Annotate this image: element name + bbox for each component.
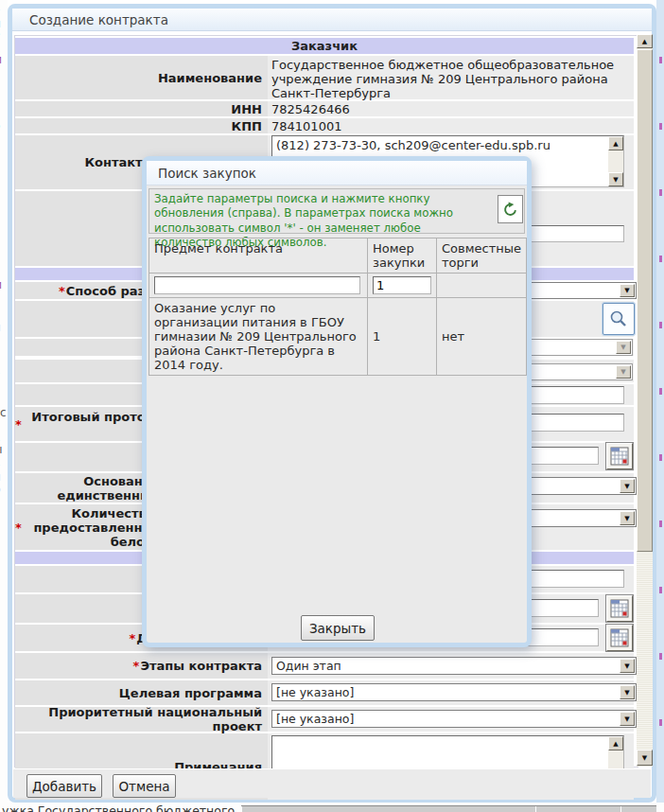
chevron-down-icon[interactable]: ▼ [620,712,635,726]
scroll-down-icon[interactable]: ▼ [637,750,653,766]
protocol-date-calendar-button[interactable] [606,443,633,469]
button-bar [13,768,651,798]
kpp-label: КПП [15,118,268,133]
background-row-text: ужка Государственного бюджетного [2,803,235,812]
name-label: Наименование [15,56,268,99]
inn-value: 7825426466 [271,102,350,116]
stages-label: *Этапы контракта [15,653,268,679]
page: { "page": { "window_title": "Создание ко… [0,0,664,812]
cancel-button[interactable]: Отмена [113,774,176,798]
kpp-value: 784101001 [271,119,341,133]
program-select[interactable]: [не указано]▼ [271,683,637,701]
calendar-icon [610,628,629,647]
name-value: Государственное бюджетное общеобразовате… [271,58,633,100]
search-icon [608,309,629,329]
contact-scrollbar[interactable]: ▲ ▼ [608,136,623,186]
page-bottom-strip: ужка Государственного бюджетного [0,803,664,812]
subject-filter-input[interactable] [154,276,360,294]
project-select[interactable]: [не указано]▼ [271,710,637,728]
project-label: Приоритетный национальный проект [15,707,268,732]
stages-select[interactable]: Один этап▼ [271,657,637,675]
inn-label: ИНН [15,101,268,116]
scroll-up-icon[interactable]: ▲ [608,736,623,750]
number-filter-input[interactable] [373,276,431,294]
date-b-calendar-button[interactable] [606,595,633,622]
chevron-down-icon[interactable]: ▼ [620,479,635,493]
chevron-down-icon[interactable]: ▼ [620,685,635,699]
table-header-strip [241,806,656,812]
scroll-up-icon[interactable]: ▲ [608,136,623,150]
result-row[interactable]: Оказание услуг по организации питания в … [149,298,527,376]
form-scrollbar[interactable]: ▲ ▼ [637,34,653,767]
page-right-edge [656,0,664,812]
section-header-customer: Заказчик [15,38,634,54]
chevron-down-icon[interactable]: ▼ [620,284,635,297]
filter-row [149,274,527,298]
purchase-search-dialog: Поиск закупок Задайте параметры поиска и… [142,156,532,647]
column-joint: Совместные торги [437,238,527,274]
chevron-down-icon[interactable]: ▼ [620,659,635,673]
purchase-search-button[interactable] [603,303,635,335]
window-title: Создание контракта [12,9,652,31]
refresh-button[interactable] [498,195,523,223]
search-results-table: Предмет контракта Номер закупки Совместн… [149,238,527,376]
column-subject: Предмет контракта [149,238,368,274]
scroll-down-icon[interactable]: ▼ [608,172,623,186]
chevron-down-icon: ▼ [616,365,631,379]
refresh-icon [502,202,518,218]
chevron-down-icon[interactable]: ▼ [620,511,635,525]
result-number[interactable]: 1 [368,298,437,376]
scroll-up-icon[interactable]: ▲ [637,34,653,48]
contact-text: (812) 273-73-30, sch209@center-edu.spb.r… [276,138,604,152]
program-label: Целевая программа [15,680,268,705]
column-number: Номер закупки [368,238,437,274]
chevron-down-icon: ▼ [616,341,631,354]
scrollbar-thumb[interactable] [637,49,653,552]
sign-date-calendar-button[interactable] [606,625,633,651]
dialog-hint: Задайте параметры поиска и нажмите кнопк… [149,188,525,234]
page-left-fragments: ки5хмочтмиктсакыкнрз [0,0,8,812]
result-joint[interactable]: нет [437,298,527,376]
table-header-row: Предмет контракта Номер закупки Совместн… [149,238,527,274]
add-button[interactable]: Добавить [26,774,102,798]
close-button[interactable]: Закрыть [301,615,375,641]
calendar-icon [610,599,629,618]
calendar-icon [610,447,629,466]
dialog-title: Поиск закупок [147,161,527,185]
result-subject[interactable]: Оказание услуг по организации питания в … [149,298,368,376]
